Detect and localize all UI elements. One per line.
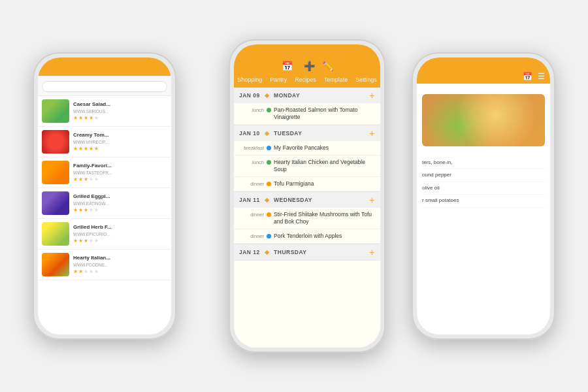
right-header: 📅 ☰: [417, 69, 550, 84]
star-icon: ★: [89, 146, 93, 152]
star-icon: ★: [84, 207, 88, 213]
recipe-source: WWW.MYRECIP...: [73, 140, 167, 144]
meal-row[interactable]: lunchHearty Italian Chicken and Vegetabl…: [234, 155, 380, 177]
recipe-thumbnail: [42, 191, 69, 215]
ingredient-item: ters, bone-in,: [422, 157, 545, 169]
day-section: JAN 09 ◆ MONDAY+lunchPan-Roasted Salmon …: [234, 88, 380, 125]
meal-dot-icon: [267, 146, 271, 150]
recipe-item[interactable]: Caesar Salad...WWW.SERIOUS...★★★★★: [38, 96, 171, 127]
right-phone-screen: 📅 ☰: [417, 57, 550, 335]
left-phone: Caesar Salad...WWW.SERIOUS...★★★★★Creamy…: [33, 52, 176, 340]
meal-type-label: dinner: [239, 180, 264, 187]
star-icon: ★: [89, 115, 93, 121]
day-date: JAN 09 ◆ MONDAY: [239, 92, 300, 99]
edit-button[interactable]: ✏️: [320, 59, 335, 73]
meal-type-label: lunch: [239, 159, 264, 165]
right-recipe-detail: ters, bone-in,ound pepperolive oilr smal…: [417, 84, 550, 335]
nav-item-template[interactable]: Template: [323, 76, 350, 84]
center-header-top: 📅 ➕ ✏️: [239, 59, 375, 73]
star-icon: ★: [89, 269, 93, 274]
meal-name: Pan-Roasted Salmon with Tomato Vinaigret…: [274, 106, 375, 121]
meal-dot-icon: [267, 160, 271, 165]
recipe-item[interactable]: Grilled Eggpl...WWW.EATINGW...★★★★★: [38, 188, 171, 219]
add-meal-button[interactable]: ➕: [302, 59, 316, 73]
star-icon: ★: [84, 115, 88, 121]
meal-type-label: dinner: [239, 233, 264, 239]
dot-icon: ◆: [265, 130, 270, 137]
recipe-thumbnail: [42, 99, 69, 123]
meal-name: Tofu Parmigiana: [274, 180, 375, 188]
recipe-info: Caesar Salad...WWW.SERIOUS...★★★★★: [73, 101, 167, 121]
star-icon: ★: [94, 115, 99, 121]
recipe-item[interactable]: Hearty Italian...WWW.FOODNE...★★★★★: [38, 250, 171, 280]
star-icon: ★: [94, 269, 99, 274]
meal-dot-icon: [267, 234, 271, 238]
add-meal-day-button[interactable]: +: [369, 247, 375, 257]
center-status-bar: [234, 44, 380, 56]
meal-type-label: dinner: [239, 211, 264, 218]
recipe-stars: ★★★★★: [73, 146, 167, 152]
nav-item-shopping[interactable]: Shopping: [236, 76, 263, 84]
recipe-source: WWW.TASTEOFR...: [73, 171, 167, 175]
ingredient-list: ters, bone-in,ound pepperolive oilr smal…: [422, 157, 545, 208]
right-phone-content: 📅 ☰: [417, 57, 550, 335]
meal-schedule[interactable]: JAN 09 ◆ MONDAY+lunchPan-Roasted Salmon …: [234, 88, 380, 348]
meal-dot-icon: [267, 108, 271, 112]
search-input[interactable]: [42, 81, 167, 92]
meal-row[interactable]: dinnerTofu Parmigiana: [234, 177, 380, 191]
star-icon: ★: [73, 269, 78, 274]
meal-row[interactable]: dinnerStir-Fried Shiitake Mushrooms with…: [234, 208, 380, 229]
star-icon: ★: [94, 176, 99, 182]
star-icon: ★: [73, 146, 78, 152]
star-icon: ★: [78, 176, 83, 182]
day-date: JAN 10 ◆ TUESDAY: [239, 130, 302, 137]
recipe-title: Grilled Herb F...: [73, 224, 167, 231]
recipe-info: Creamy Tom...WWW.MYRECIP...★★★★★: [73, 132, 167, 152]
day-header: JAN 12 ◆ THURSDAY+: [234, 244, 380, 260]
recipe-item[interactable]: Creamy Tom...WWW.MYRECIP...★★★★★: [38, 127, 171, 157]
nav-item-recipes[interactable]: Recipes: [293, 76, 318, 84]
meal-row[interactable]: breakfastMy Favorite Pancakes: [234, 141, 380, 155]
day-header: JAN 11 ◆ WEDNESDAY+: [234, 192, 380, 208]
nav-item-pantry[interactable]: Pantry: [269, 76, 288, 84]
recipe-thumbnail: [42, 253, 69, 276]
recipe-list: Caesar Salad...WWW.SERIOUS...★★★★★Creamy…: [38, 96, 171, 335]
recipe-source: WWW.SERIOUS...: [73, 109, 167, 114]
recipe-item[interactable]: Grilled Herb F...WWW.EPICURIO...★★★★★: [38, 219, 171, 250]
recipe-info: Family-Favori...WWW.TASTEOFR...★★★★★: [73, 163, 167, 182]
meal-dot-icon: [267, 212, 271, 217]
add-meal-day-button[interactable]: +: [369, 90, 375, 101]
right-calendar-icon[interactable]: 📅: [523, 72, 532, 81]
recipe-title: Hearty Italian...: [73, 255, 167, 261]
nav-item-settings[interactable]: Settings: [354, 76, 378, 84]
star-icon: ★: [84, 176, 88, 182]
recipe-thumbnail: [42, 222, 69, 246]
ingredient-item: olive oil: [422, 182, 545, 195]
add-meal-day-button[interactable]: +: [369, 195, 375, 205]
star-icon: ★: [84, 238, 88, 244]
recipe-thumbnail: [42, 161, 69, 184]
add-meal-day-button[interactable]: +: [369, 128, 375, 139]
recipe-stars: ★★★★★: [73, 269, 167, 274]
star-icon: ★: [94, 207, 99, 213]
star-icon: ★: [89, 176, 93, 182]
center-phone: 📅 ➕ ✏️ ShoppingPantryRecipesTemplateSett…: [229, 39, 385, 353]
scene: Caesar Salad...WWW.SERIOUS...★★★★★Creamy…: [13, 13, 575, 379]
meal-dot-icon: [267, 182, 271, 186]
meal-row[interactable]: dinnerPork Tenderloin with Apples: [234, 229, 380, 244]
recipe-title: Family-Favori...: [73, 163, 167, 169]
center-phone-screen: 📅 ➕ ✏️ ShoppingPantryRecipesTemplateSett…: [234, 44, 380, 348]
calendar-icon-btn[interactable]: 📅: [280, 59, 294, 73]
ingredient-item: ound pepper: [422, 169, 545, 182]
center-phone-content: 📅 ➕ ✏️ ShoppingPantryRecipesTemplateSett…: [234, 44, 380, 348]
left-phone-content: Caesar Salad...WWW.SERIOUS...★★★★★Creamy…: [38, 57, 171, 335]
star-icon: ★: [84, 146, 88, 152]
meal-row[interactable]: lunchPan-Roasted Salmon with Tomato Vina…: [234, 103, 380, 125]
recipe-item[interactable]: Family-Favori...WWW.TASTEOFR...★★★★★: [38, 157, 171, 188]
right-menu-icon[interactable]: ☰: [538, 72, 545, 81]
day-section: JAN 10 ◆ TUESDAY+breakfastMy Favorite Pa…: [234, 125, 380, 192]
star-icon: ★: [78, 115, 83, 121]
recipe-info: Grilled Herb F...WWW.EPICURIO...★★★★★: [73, 224, 167, 244]
dot-icon: ◆: [265, 249, 270, 255]
recipe-image-visual: [422, 94, 545, 146]
